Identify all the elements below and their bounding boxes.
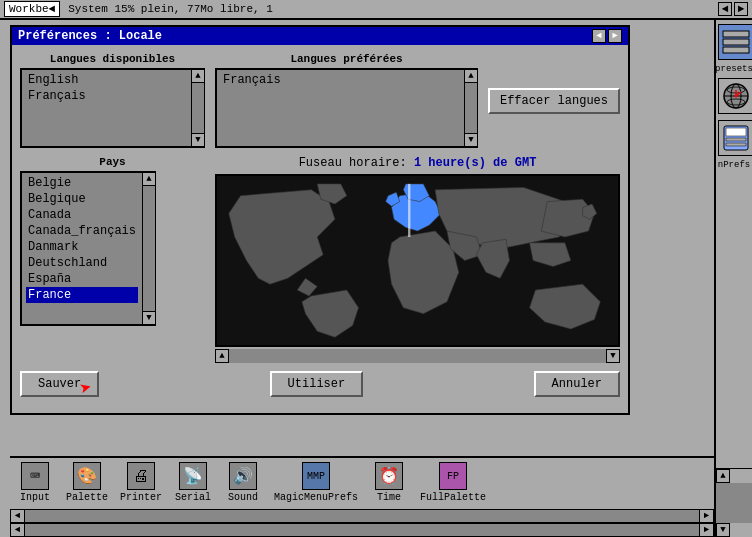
right-scroll-track [716,483,752,523]
preferred-section: Langues préférées Français ▲ ▼ [215,53,620,148]
serial-icon: 📡 [179,462,207,490]
nprefs-label: nPrefs [718,160,750,170]
country-belgique[interactable]: Belgique [26,191,138,207]
taskbar-sound[interactable]: 🔊 Sound [218,460,268,505]
hscrollbar-2: ◄ ► [10,523,714,537]
taskbar-magicmenuprefs[interactable]: MMP MagicMenuPrefs [268,460,364,505]
hscroll1-right[interactable]: ► [699,510,713,522]
map-hscroll: ▲ ▼ [215,349,620,363]
lang-item-francais[interactable]: Français [26,88,187,104]
country-content: Belgie Belgique Canada Canada_français D… [22,173,142,324]
taskbar-palette[interactable]: 🎨 Palette [60,460,114,505]
preferred-lang-item-francais[interactable]: Français [221,72,460,88]
available-languages-listbox[interactable]: English Français [20,68,191,148]
country-scrollbar: ▲ ▼ [142,171,156,326]
time-label: Time [377,492,401,503]
effacer-button[interactable]: Effacer langues [488,88,620,114]
svg-rect-13 [726,138,746,141]
available-languages-content: English Français [22,70,191,146]
avail-lang-scroll-down[interactable]: ▼ [191,133,205,147]
wb-ctrl-2[interactable]: ► [734,2,748,16]
sound-label: Sound [228,492,258,503]
globe-icon[interactable] [718,78,752,114]
printer-label: Printer [120,492,162,503]
annuler-button[interactable]: Annuler [534,371,620,397]
input-icon: ⌨ [21,462,49,490]
country-espana[interactable]: España [26,271,138,287]
svg-rect-0 [723,31,749,37]
dialog-content: Langues disponibles English Français ▲ ▼ [12,45,628,413]
svg-rect-14 [726,143,746,146]
taskbar-printer[interactable]: 🖨 Printer [114,460,168,505]
preferred-languages-listbox-wrapper: Français ▲ ▼ [215,68,478,148]
country-france[interactable]: France [26,287,138,303]
country-deutschland[interactable]: Deutschland [26,255,138,271]
bottom-buttons: Sauver ➤ Utiliser Annuler [20,371,620,397]
input-label: Input [20,492,50,503]
country-canada[interactable]: Canada [26,207,138,223]
country-scroll-track [143,186,155,311]
hscroll2-left[interactable]: ◄ [11,524,25,536]
hscroll2-right[interactable]: ► [699,524,713,536]
desktop: presets [0,20,752,537]
country-map-row: Pays Belgie Belgique Canada Canada_franç… [20,156,620,363]
pref-lang-scroll-up[interactable]: ▲ [464,69,478,83]
world-map[interactable] [215,174,620,347]
titlebar-controls: ◄ ► [592,29,622,43]
presets-icon[interactable] [718,24,752,60]
wb-ctrl-1[interactable]: ◄ [718,2,732,16]
country-danmark[interactable]: Danmark [26,239,138,255]
utiliser-button[interactable]: Utiliser [270,371,364,397]
country-listbox-wrapper: Belgie Belgique Canada Canada_français D… [20,171,205,326]
taskbar-serial[interactable]: 📡 Serial [168,460,218,505]
preferred-languages-listbox[interactable]: Français [215,68,464,148]
map-scroll-up[interactable]: ▲ [215,349,229,363]
serial-label: Serial [175,492,211,503]
available-lang-scrollbar: ▲ ▼ [191,68,205,148]
country-belgie[interactable]: Belgie [26,175,138,191]
hscroll2-track [25,524,699,536]
map-scroll-track [229,349,606,363]
map-section: Fuseau horaire: 1 heure(s) de GMT [215,156,620,363]
titlebar-btn-1[interactable]: ◄ [592,29,606,43]
map-scroll-down[interactable]: ▼ [606,349,620,363]
avail-lang-scroll-up[interactable]: ▲ [191,69,205,83]
country-scroll-up[interactable]: ▲ [142,172,156,186]
hscroll1-left[interactable]: ◄ [11,510,25,522]
printer-icon: 🖨 [127,462,155,490]
magicmenuprefs-label: MagicMenuPrefs [274,492,358,503]
sound-icon: 🔊 [229,462,257,490]
titlebar-btn-2[interactable]: ► [608,29,622,43]
effacer-container: Effacer langues [488,53,620,148]
taskbar-input[interactable]: ⌨ Input [10,460,60,505]
available-languages-section: Langues disponibles English Français ▲ ▼ [20,53,205,148]
dialog-titlebar: Préférences : Locale ◄ ► [12,27,628,45]
available-languages-label: Langues disponibles [20,53,205,65]
taskbar-time[interactable]: ⏰ Time [364,460,414,505]
country-scroll-down[interactable]: ▼ [142,311,156,325]
sauver-button[interactable]: Sauver [20,371,99,397]
fullpalette-label: FullPalette [420,492,486,503]
country-section: Pays Belgie Belgique Canada Canada_franç… [20,156,205,363]
workbench-info: System 15% plein, 77Mo libre, 1 [68,3,273,15]
lang-item-english[interactable]: English [26,72,187,88]
hscrollbar-1: ◄ ► [10,509,714,523]
right-scroll-up[interactable]: ▲ [716,469,730,483]
country-listbox[interactable]: Belgie Belgique Canada Canada_français D… [20,171,142,326]
hscroll1-track [25,510,699,522]
preferred-lang-scrollbar: ▲ ▼ [464,68,478,148]
nprefs-icon[interactable] [718,120,752,156]
time-icon: ⏰ [375,462,403,490]
pref-lang-scroll-track [465,83,477,133]
pref-lang-scroll-down[interactable]: ▼ [464,133,478,147]
taskbar-fullpalette[interactable]: FP FullPalette [414,460,492,505]
svg-rect-1 [723,39,749,45]
dialog-window: Préférences : Locale ◄ ► Langues disponi… [10,25,630,415]
country-canada-fr[interactable]: Canada_français [26,223,138,239]
avail-lang-scroll-track [192,83,204,133]
workbench-menu[interactable]: Workbe◄ [4,1,60,17]
presets-label: presets [715,64,752,74]
right-scroll-down[interactable]: ▼ [716,523,730,537]
palette-label: Palette [66,492,108,503]
timezone-label-text: Fuseau horaire: [299,156,407,170]
